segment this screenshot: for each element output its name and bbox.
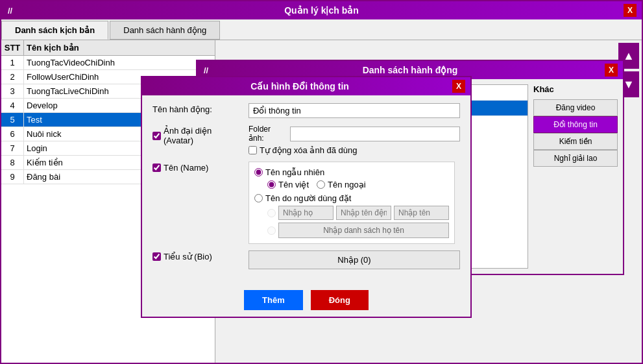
row-name: TuongTacVideoChiDinh: [24, 56, 215, 69]
auto-delete-label: Tự động xóa ảnh đã dùng: [260, 145, 358, 155]
name-options: Tên ngẫu nhiên Tên việt Tên ngoại: [249, 162, 455, 244]
config-close-button[interactable]: X: [452, 80, 465, 93]
row-stt: 4: [1, 99, 24, 112]
name-row: Tên (Name) Tên ngẫu nhiên Tên việt: [152, 162, 460, 244]
action-modal-title: Danh sách hành động: [215, 65, 605, 75]
action-modal-close-button[interactable]: X: [605, 64, 618, 77]
action-btn[interactable]: Đổi thông tin: [533, 116, 618, 133]
action-name-label: Tên hành động:: [152, 103, 243, 114]
bio-button[interactable]: Nhập (0): [249, 250, 460, 269]
svg-text://: //: [204, 66, 209, 75]
dong-button[interactable]: Đóng: [311, 290, 369, 310]
config-modal: Cấu hình Đổi thông tin X Tên hành động: …: [141, 76, 472, 318]
action-name-label-text: Tên hành động:: [152, 104, 212, 114]
user-name-row: Tên do người dùng đặt: [254, 193, 449, 203]
col-name-header: Tên kịch bản: [24, 40, 215, 55]
action-buttons-area: Đăng videoĐổi thông tinKiếm tiềnNghỉ giả…: [533, 99, 618, 167]
avatar-checkbox[interactable]: [152, 132, 161, 140]
random-name-label: Tên ngẫu nhiên: [265, 167, 324, 177]
config-footer: Thêm Đóng: [142, 284, 470, 317]
bio-label-text: Tiểu sử (Bio): [164, 252, 212, 261]
bio-row: Tiểu sử (Bio) Nhập (0): [152, 250, 460, 269]
row-stt: 5: [1, 113, 24, 127]
name-fields-row: [267, 206, 449, 220]
row-stt: 7: [1, 141, 24, 155]
action-btn[interactable]: Đăng video: [533, 99, 618, 116]
row-stt: 9: [1, 170, 24, 184]
action-modal-logo-icon: //: [202, 64, 215, 77]
config-title-bar: Cấu hình Đổi thông tin X: [142, 77, 470, 95]
avatar-label-area: Ảnh đại diện (Avatar): [152, 125, 243, 145]
action-btn[interactable]: Nghỉ giải lao: [533, 150, 618, 167]
foreign-label: Tên ngoại: [328, 180, 366, 189]
name-sub-row: Tên việt Tên ngoại: [267, 180, 449, 189]
auto-delete-row: Tự động xóa ảnh đã dùng: [249, 145, 460, 155]
app-title: Quản lý kịch bản: [19, 5, 624, 16]
title-bar: // Quản lý kịch bản X: [1, 1, 642, 19]
avatar-right: Folder ảnh: Tự động xóa ảnh đã dùng: [249, 125, 460, 155]
config-content: Tên hành động: Ảnh đại diện (Avatar) Fol…: [142, 95, 470, 284]
folder-label-text: Folder ảnh:: [249, 125, 287, 143]
user-name-label: Tên do người dùng đặt: [265, 193, 351, 203]
khac-label: Khác: [533, 84, 618, 94]
viet-name-item: Tên việt: [267, 180, 309, 189]
name-list-row: Nhập danh sách họ tên: [267, 223, 449, 238]
row-stt: 2: [1, 70, 24, 84]
viet-label: Tên việt: [278, 180, 309, 189]
ten-input[interactable]: [394, 206, 449, 220]
name-list-radio: [267, 226, 276, 235]
main-window: // Quản lý kịch bản X Danh sách kịch bản…: [0, 0, 643, 364]
row-stt: 1: [1, 56, 24, 69]
svg-text://: //: [8, 6, 13, 16]
table-header: STT Tên kịch bản: [1, 40, 215, 56]
avatar-row: Ảnh đại diện (Avatar) Folder ảnh: Tự độn…: [152, 125, 460, 155]
viet-name-radio[interactable]: [267, 180, 276, 189]
main-close-button[interactable]: X: [624, 4, 637, 17]
action-btn[interactable]: Kiếm tiền: [533, 133, 618, 150]
content-area: STT Tên kịch bản 1 TuongTacVideoChiDinh …: [1, 40, 642, 363]
folder-input[interactable]: [290, 127, 460, 141]
name-label-area: Tên (Name): [152, 162, 243, 173]
random-name-radio[interactable]: [254, 168, 263, 176]
foreign-name-radio[interactable]: [317, 180, 325, 189]
action-name-input[interactable]: [249, 103, 460, 118]
them-button[interactable]: Thêm: [244, 290, 303, 310]
name-fields-radio: [267, 209, 276, 217]
name-label-text: Tên (Name): [164, 163, 208, 173]
row-stt: 8: [1, 156, 24, 169]
auto-delete-checkbox[interactable]: [249, 146, 257, 154]
foreign-name-item: Tên ngoại: [317, 180, 366, 189]
row-stt: 3: [1, 84, 24, 98]
tab-action-list[interactable]: Danh sách hành động: [110, 21, 220, 40]
action-name-row: Tên hành động:: [152, 103, 460, 118]
col-stt-header: STT: [1, 40, 24, 55]
random-name-row: Tên ngẫu nhiên: [254, 167, 449, 177]
logo-icon: //: [6, 4, 19, 17]
dem-input[interactable]: [336, 206, 391, 220]
app-logo: //: [6, 4, 19, 17]
config-modal-title: Cấu hình Đổi thông tin: [147, 81, 452, 91]
name-checkbox[interactable]: [152, 164, 161, 172]
table-row[interactable]: 1 TuongTacVideoChiDinh: [1, 56, 215, 70]
folder-row: Folder ảnh:: [249, 125, 460, 143]
tab-bar: Danh sách kịch bản Danh sách hành động: [1, 19, 642, 40]
ho-input[interactable]: [278, 206, 334, 220]
avatar-label-text: Ảnh đại diện (Avatar): [164, 126, 243, 145]
row-stt: 6: [1, 127, 24, 141]
action-right-panel: Khác Đăng videoĐổi thông tinKiếm tiềnNgh…: [533, 84, 618, 269]
name-list-button[interactable]: Nhập danh sách họ tên: [278, 223, 449, 238]
action-modal-logo: //: [202, 64, 215, 77]
user-name-radio[interactable]: [254, 194, 263, 202]
bio-label-area: Tiểu sử (Bio): [152, 250, 243, 261]
bio-checkbox[interactable]: [152, 252, 161, 261]
tab-script-list[interactable]: Danh sách kịch bản: [1, 21, 108, 40]
bio-right: Nhập (0): [249, 250, 460, 269]
